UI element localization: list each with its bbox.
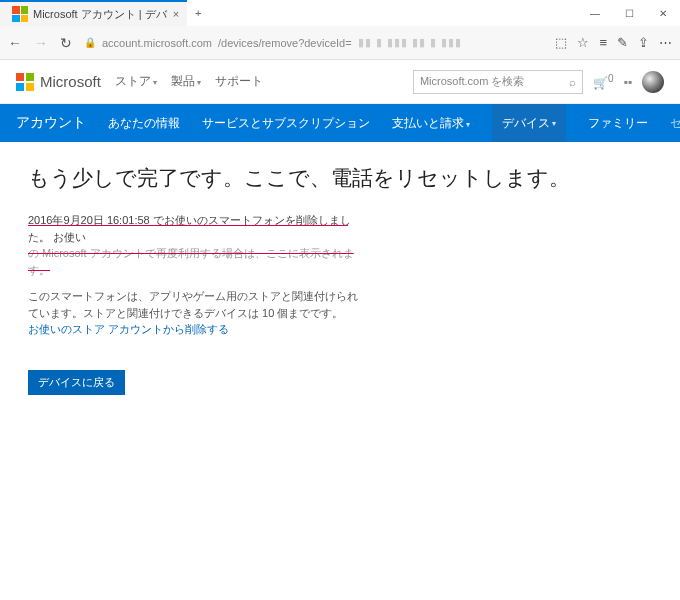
browser-nav-bar: ← → ↻ 🔒 account.microsoft.com/devices/re…: [0, 26, 680, 60]
chevron-down-icon: ▾: [197, 78, 201, 87]
url-blurred: ▮▮ ▮ ▮▮▮ ▮▮ ▮ ▮▮▮: [358, 36, 462, 49]
brand-label: Microsoft: [40, 73, 101, 90]
back-to-devices-button[interactable]: デバイスに戻る: [28, 370, 125, 395]
nav-store[interactable]: ストア▾: [115, 73, 157, 90]
notes-icon[interactable]: ✎: [617, 35, 628, 50]
account-nav: アカウント あなたの情報 サービスとサブスクリプション 支払いと請求▾ デバイス…: [0, 104, 680, 142]
page-content: もう少しで完了です。ここで、電話をリセットします。 2016年9月20日 16:…: [0, 142, 680, 417]
microsoft-icon: [12, 6, 28, 22]
close-tab-icon[interactable]: ×: [173, 8, 179, 20]
microsoft-icon: [16, 73, 34, 91]
refresh-button[interactable]: ↻: [60, 35, 72, 51]
microsoft-logo[interactable]: Microsoft: [16, 73, 101, 91]
nav-family[interactable]: ファミリー: [588, 115, 648, 132]
lock-icon: 🔒: [84, 37, 96, 48]
window-close-button[interactable]: ✕: [646, 0, 680, 26]
address-bar[interactable]: 🔒 account.microsoft.com/devices/remove?d…: [84, 36, 543, 49]
window-maximize-button[interactable]: ☐: [612, 0, 646, 26]
more-icon[interactable]: ⋯: [659, 35, 672, 50]
nav-services[interactable]: サービスとサブスクリプション: [202, 115, 370, 132]
nav-account[interactable]: アカウント: [16, 114, 86, 132]
avatar[interactable]: [642, 71, 664, 93]
nav-products[interactable]: 製品▾: [171, 73, 201, 90]
new-tab-button[interactable]: +: [195, 7, 201, 19]
chevron-down-icon: ▾: [552, 119, 556, 128]
forward-button: →: [34, 35, 48, 51]
chevron-down-icon: ▾: [153, 78, 157, 87]
nav-devices[interactable]: デバイス▾: [492, 104, 566, 142]
window-minimize-button[interactable]: —: [578, 0, 612, 26]
page-title: もう少しで完了です。ここで、電話をリセットします。: [28, 164, 652, 192]
nav-your-info[interactable]: あなたの情報: [108, 115, 180, 132]
chevron-down-icon: ▾: [466, 120, 470, 129]
nav-billing[interactable]: 支払いと請求▾: [392, 115, 470, 132]
nav-security[interactable]: セキュリティとプライ: [670, 115, 680, 132]
remove-from-store-link[interactable]: お使いのストア アカウントから削除する: [28, 323, 229, 335]
nav-support[interactable]: サポート: [215, 73, 263, 90]
removed-tail-text: お使い: [53, 231, 86, 243]
search-icon[interactable]: ⌕: [569, 76, 576, 88]
reading-list-icon[interactable]: ⬚: [555, 35, 567, 50]
search-input[interactable]: Microsoft.com を検索 ⌕: [413, 70, 583, 94]
app-launcher-icon[interactable]: ▪▪: [623, 75, 632, 89]
window-title-bar: Microsoft アカウント | デバ × + — ☐ ✕: [0, 0, 680, 26]
device-limit-text: このスマートフォンは、アプリやゲーム用のストアと関連付けられています。ストアと関…: [28, 288, 358, 338]
url-path: /devices/remove?deviceId=: [218, 37, 352, 49]
highlight-underline: [28, 225, 348, 226]
browser-tab[interactable]: Microsoft アカウント | デバ ×: [0, 0, 187, 26]
url-host: account.microsoft.com: [102, 37, 212, 49]
favorite-icon[interactable]: ☆: [577, 35, 589, 50]
back-button[interactable]: ←: [8, 35, 22, 51]
cart-icon[interactable]: 🛒0: [593, 73, 614, 90]
hub-icon[interactable]: ≡: [599, 35, 607, 50]
removal-status: 2016年9月20日 16:01:58 でお使いのスマートフォンを削除しました。…: [28, 212, 368, 278]
share-icon[interactable]: ⇪: [638, 35, 649, 50]
microsoft-header: Microsoft ストア▾ 製品▾ サポート Microsoft.com を検…: [0, 60, 680, 104]
removed-struck-text: の Microsoft アカウントで再度利用する場合は、ここに表示されます。: [28, 247, 354, 276]
tab-title: Microsoft アカウント | デバ: [33, 7, 167, 22]
search-placeholder: Microsoft.com を検索: [420, 74, 525, 89]
